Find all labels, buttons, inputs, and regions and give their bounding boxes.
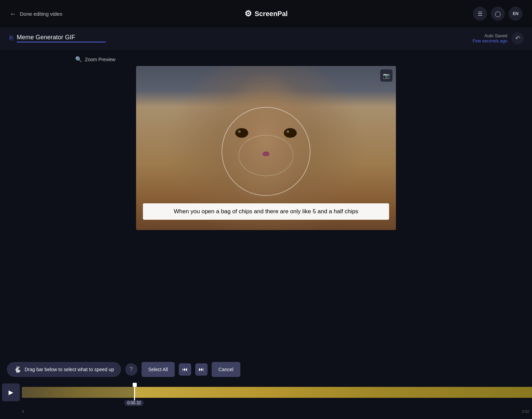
menu-icon-button[interactable]: ☰: [473, 7, 487, 21]
top-bar: ← Done editing video ⚙ ScreenPal ☰ ◯ EN: [0, 0, 532, 27]
help-button[interactable]: ?: [125, 363, 137, 376]
timeline-start-marker: 0: [22, 409, 24, 414]
main-video-area: 🔍 Zoom Preview 📷 When you open a bag of …: [0, 49, 532, 357]
title-bar: ⎘ Auto Saved Few seconds ago ↶: [0, 27, 532, 49]
screenshot-button[interactable]: 📷: [380, 69, 393, 82]
timeline-area: ▶ 0:00.32 0 0:02: [0, 381, 532, 419]
timeline-fill-right: [134, 387, 532, 398]
select-all-button[interactable]: Select All: [142, 362, 175, 377]
skip-forward-button[interactable]: ⏭: [195, 363, 208, 376]
logo-text: ScreenPal: [255, 10, 288, 18]
video-caption: When you open a bag of chips and there a…: [143, 203, 389, 220]
timeline-track[interactable]: 0:00.32: [22, 387, 532, 398]
cancel-button[interactable]: Cancel: [212, 362, 240, 377]
cancel-label: Cancel: [218, 367, 234, 372]
drag-hint-button[interactable]: 🐇 Drag bar below to select what to speed…: [7, 362, 121, 377]
language-button[interactable]: EN: [509, 7, 522, 21]
cat-eye-left: [235, 128, 248, 138]
timeline-playhead[interactable]: [134, 384, 135, 401]
project-title-input[interactable]: [17, 34, 106, 42]
auto-saved-time: Few seconds ago: [473, 38, 507, 43]
video-preview: 📷 When you open a bag of chips and there…: [136, 66, 396, 230]
back-arrow-icon: ←: [10, 10, 16, 18]
rabbit-icon: 🐇: [14, 366, 21, 373]
camera-icon: 📷: [383, 72, 390, 79]
help-icon: ?: [130, 366, 133, 373]
timeline-end-marker: 0:02: [522, 409, 529, 414]
back-label: Done editing video: [20, 11, 62, 17]
top-right-actions: ☰ ◯ EN: [473, 7, 522, 21]
timeline-row: ▶ 0:00.32: [0, 381, 532, 403]
cat-nose: [263, 151, 269, 156]
zoom-preview-label: Zoom Preview: [85, 57, 115, 62]
undo-button[interactable]: ↶: [511, 32, 524, 44]
auto-saved-label: Auto Saved: [473, 33, 507, 38]
skip-back-icon: ⏮: [182, 366, 188, 373]
drag-hint-label: Drag bar below to select what to speed u…: [25, 367, 114, 372]
cat-eye-right: [284, 128, 297, 138]
play-button[interactable]: ▶: [2, 383, 20, 401]
history-icon-button[interactable]: ◯: [491, 7, 505, 21]
screenpal-logo-icon: ⚙: [244, 9, 252, 18]
timeline-fill-left: [22, 387, 134, 398]
back-button[interactable]: ← Done editing video: [10, 10, 62, 18]
auto-save-status: Auto Saved Few seconds ago: [473, 33, 507, 43]
skip-back-button[interactable]: ⏮: [179, 363, 191, 376]
zoom-icon: 🔍: [75, 56, 82, 63]
skip-forward-icon: ⏭: [199, 366, 204, 373]
controls-bar: 🐇 Drag bar below to select what to speed…: [0, 357, 532, 419]
speed-toolbar: 🐇 Drag bar below to select what to speed…: [0, 357, 532, 381]
select-all-label: Select All: [148, 367, 168, 372]
cat-eyes: [235, 128, 297, 138]
play-icon: ▶: [9, 389, 13, 396]
timeline-markers: 0 0:02: [0, 403, 532, 414]
logo: ⚙ ScreenPal: [244, 9, 288, 18]
zoom-preview-bar[interactable]: 🔍 Zoom Preview: [75, 56, 115, 63]
edit-title-icon[interactable]: ⎘: [10, 35, 13, 42]
